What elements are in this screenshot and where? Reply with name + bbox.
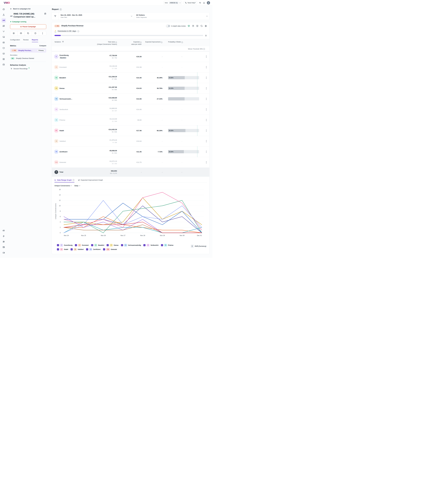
variation-name[interactable]: Genau <box>60 87 65 89</box>
checkbox-checked-icon[interactable]: ✓ <box>91 244 93 246</box>
row-menu-kebab-icon[interactable] <box>206 66 207 69</box>
variation-name[interactable]: Konstant <box>60 66 67 68</box>
checkbox-checked-icon[interactable]: ✓ <box>57 244 59 246</box>
user-avatar[interactable] <box>207 1 210 4</box>
in-depth-toggle[interactable] <box>166 25 170 27</box>
help-icon[interactable]: ? <box>203 48 205 50</box>
visitor-segments-filter[interactable]: All Visitors Visitor Segments <box>134 13 210 20</box>
checkbox-checked-icon[interactable]: ✓ <box>75 244 77 246</box>
checkbox-checked-icon[interactable]: ✓ <box>107 244 109 246</box>
widgets-icon[interactable] <box>1 24 6 28</box>
activity-icon[interactable] <box>199 2 201 4</box>
legend-item-V6[interactable]: ✓ V6 Präzise <box>161 244 173 247</box>
row-menu-kebab-icon[interactable] <box>206 76 207 79</box>
legend-item-V4[interactable]: ✓ V4 Vertrauenswürdig <box>121 244 141 247</box>
metric-dropdown[interactable]: Unique Conversions <box>54 185 72 187</box>
copy-icon[interactable] <box>176 2 178 4</box>
legend-item-V10[interactable]: ✓ V10 Getestet <box>103 248 117 251</box>
more-actions-button[interactable] <box>39 31 46 36</box>
row-menu-kebab-icon[interactable] <box>206 150 207 153</box>
split-url-icon[interactable] <box>1 29 6 34</box>
settings-gear-icon[interactable] <box>205 25 207 27</box>
currency-selector[interactable]: € EUR (Currency) <box>191 245 206 248</box>
help-icon[interactable]: i <box>77 30 79 32</box>
back-to-campaigns-link[interactable]: Back to campaigns list <box>10 8 46 10</box>
ab-test-icon[interactable]: A̷/B <box>1 18 6 23</box>
reminder-bell-icon[interactable] <box>205 34 207 37</box>
duplicate-button[interactable] <box>25 31 32 36</box>
variation-name[interactable]: Verlässlich <box>60 109 68 110</box>
need-help-button[interactable]: Need Help? <box>184 1 197 5</box>
row-menu-kebab-icon[interactable] <box>206 140 207 143</box>
email-button[interactable] <box>17 31 25 36</box>
tuning-icon[interactable] <box>1 239 6 244</box>
recordings-icon[interactable] <box>1 228 6 233</box>
dashboard-icon[interactable] <box>1 7 6 12</box>
legend-item-V1[interactable]: ✓ V1 Konstant <box>75 244 89 247</box>
help-icon[interactable]: ? <box>181 42 183 43</box>
row-menu-kebab-icon[interactable] <box>206 108 207 111</box>
history-button[interactable] <box>32 31 39 36</box>
help-icon[interactable]: ? <box>115 42 117 43</box>
legend-item-V9[interactable]: ✓ V9 Zertifiziert <box>86 248 101 251</box>
legend-item-V2[interactable]: ✓ V2 Bewährt <box>91 244 104 247</box>
row-menu-kebab-icon[interactable] <box>206 129 207 132</box>
row-menu-kebab-icon[interactable] <box>206 118 207 122</box>
legend-item-V7[interactable]: ✓ V7 Stabil <box>57 248 68 251</box>
compare-link[interactable]: Compare <box>39 45 46 47</box>
variation-name[interactable]: Bewährt <box>60 77 66 79</box>
tab-date-range-graph[interactable]: Date Range Graph ? <box>54 179 74 183</box>
legend-item-C[interactable]: ✓ C Zuverlässig <box>57 244 73 247</box>
integrations-icon[interactable] <box>1 234 6 238</box>
insights-icon[interactable] <box>1 46 6 50</box>
deploy-icon[interactable] <box>1 40 6 45</box>
edit-campaign-icon[interactable] <box>44 13 46 18</box>
plan-icon[interactable] <box>1 62 6 67</box>
tab-configuration[interactable]: Configuration <box>10 39 20 42</box>
metric-m2-item[interactable]: M2 Shopify Checkout Started <box>11 57 46 62</box>
refresh-icon[interactable] <box>200 25 203 27</box>
row-menu-kebab-icon[interactable] <box>206 161 207 164</box>
checkbox-checked-icon[interactable]: ✓ <box>103 248 105 250</box>
variations-filter-icon[interactable] <box>62 41 64 43</box>
variation-name[interactable]: Präzise <box>60 119 65 121</box>
checkbox-checked-icon[interactable]: ✓ <box>57 248 59 250</box>
help-icon[interactable]: ? <box>161 42 162 43</box>
pie-chart-icon[interactable] <box>192 25 194 27</box>
notifications-bell-icon[interactable] <box>203 2 205 4</box>
tab-review[interactable]: Review <box>23 39 28 42</box>
tab-expected-improvement-graph[interactable]: Expected Improvement Graph <box>78 179 103 183</box>
variation-name[interactable]: Vertrauenswür... <box>60 98 72 100</box>
heatmap-icon[interactable] <box>1 51 6 56</box>
rollback-icon[interactable] <box>1 245 6 249</box>
help-icon[interactable]: ? <box>140 42 141 43</box>
variation-name[interactable]: Zuverlässig <box>60 54 69 56</box>
personalize-icon[interactable] <box>1 35 6 39</box>
archive-button[interactable] <box>10 31 17 36</box>
row-menu-kebab-icon[interactable] <box>206 97 207 100</box>
session-recordings-link[interactable]: Session Recordings <box>11 68 46 70</box>
row-menu-kebab-icon[interactable] <box>206 55 207 58</box>
metric-m1-item[interactable]: ☆M1 Shopify Purchas... Primary <box>10 48 46 52</box>
conclusion-text[interactable]: Conclusion in 30+ days <box>58 30 76 33</box>
granularity-dropdown[interactable]: Daily <box>74 185 80 187</box>
checkbox-checked-icon[interactable]: ✓ <box>121 244 123 246</box>
variation-name[interactable]: Stabil <box>60 130 64 131</box>
account-switcher[interactable]: Inne #996036 <box>163 1 182 5</box>
lab-icon[interactable] <box>1 13 6 17</box>
data360-icon[interactable] <box>1 57 6 61</box>
checkbox-checked-icon[interactable]: ✓ <box>71 248 73 250</box>
legend-item-V3[interactable]: ✓ V3 Genau <box>107 244 119 247</box>
report-tour-icon[interactable] <box>60 8 62 10</box>
checkbox-checked-icon[interactable]: ✓ <box>161 244 163 246</box>
docs-book-icon[interactable] <box>196 25 199 27</box>
console-icon[interactable] <box>1 250 6 255</box>
checkbox-checked-icon[interactable]: ✓ <box>86 248 88 250</box>
pause-campaign-button[interactable]: Pause Campaign <box>10 24 46 29</box>
legend-item-V5[interactable]: ✓ V5 Verlässlich <box>143 244 159 247</box>
metric-title[interactable]: Shopify Purchase Revenue <box>61 25 84 27</box>
health-heart-icon[interactable] <box>188 25 190 27</box>
checkbox-checked-icon[interactable]: ✓ <box>143 244 146 246</box>
help-icon[interactable]: ? <box>73 179 74 181</box>
variation-name[interactable]: Zertifiziert <box>60 151 67 153</box>
